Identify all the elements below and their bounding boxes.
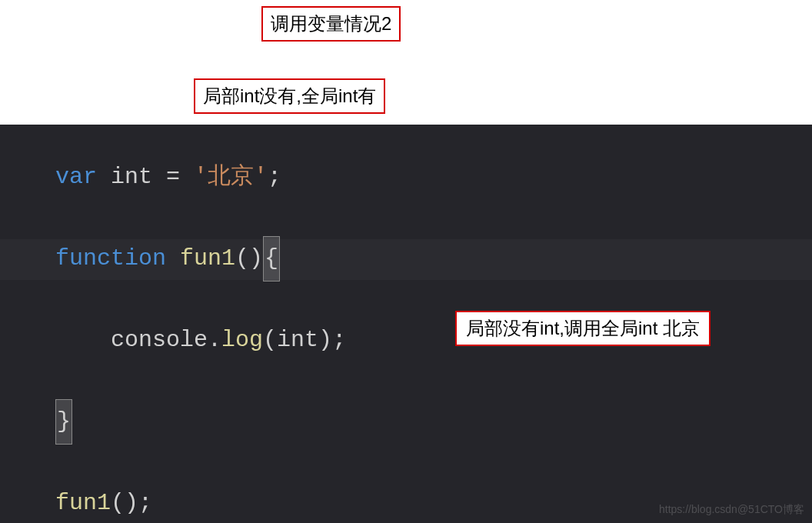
code-line-empty [55,279,346,320]
annotation-inline: 局部没有int,调用全局int 北京 [455,311,710,346]
annotation-title: 调用变量情况2 [261,6,401,42]
code-line: console.log(int); [55,320,346,361]
code-line-empty [55,442,346,483]
code-line: } [55,401,346,442]
code-line-empty [55,361,346,401]
code-line: var int = '北京'; [55,157,346,198]
editor-gutter [0,125,8,523]
annotation-subtitle: 局部int没有,全局int有 [194,78,385,114]
code-line: function fun1(){ [55,238,346,279]
code-line-empty [55,198,346,238]
watermark-text: https://blog.csdn@51CTO博客 [659,499,804,520]
code-line: fun1(); [55,483,346,523]
code-content: var int = '北京'; function fun1(){ console… [55,157,346,523]
annotation-text: 2 [381,13,391,34]
annotation-text: 调用变量情况 [271,13,381,34]
